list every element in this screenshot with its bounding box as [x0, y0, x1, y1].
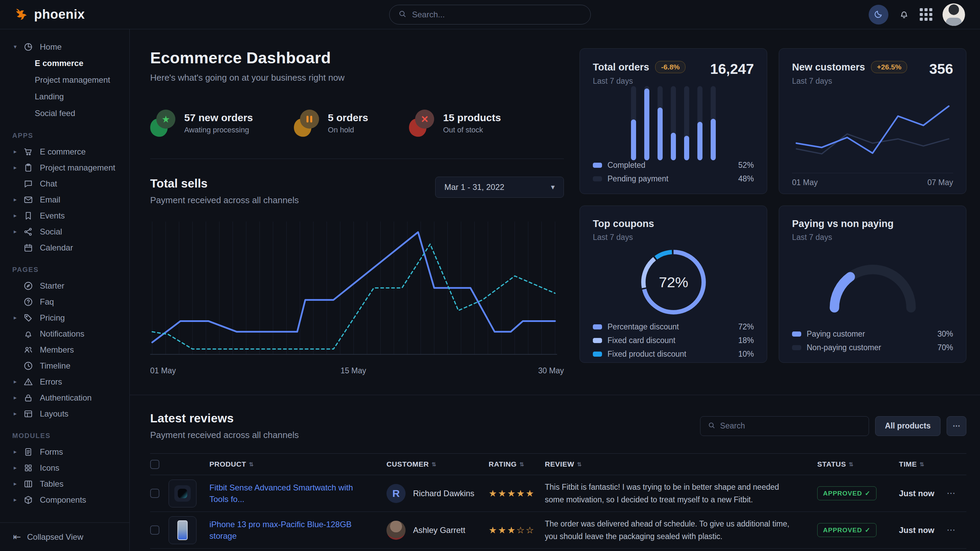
column-header-customer[interactable]: CUSTOMER⇅ — [387, 460, 488, 468]
customer-name: Ashley Garrett — [413, 526, 465, 535]
sidebar-item-faq[interactable]: Faq — [12, 294, 121, 310]
select-all-checkbox[interactable] — [150, 460, 159, 469]
product-thumbnail[interactable] — [169, 516, 196, 544]
more-options-button[interactable]: ⋯ — [947, 416, 966, 436]
caret-right-icon: ▸ — [12, 496, 18, 503]
row-actions-button[interactable]: ⋯ — [947, 488, 956, 498]
sidebar-item-icons[interactable]: ▸Icons — [12, 460, 121, 476]
row-checkbox[interactable] — [150, 526, 159, 535]
legend-swatch — [593, 163, 602, 168]
legend-row: Paying customer30% — [792, 329, 953, 339]
sort-icon: ⇅ — [849, 461, 853, 468]
notifications-button[interactable] — [899, 8, 910, 21]
sidebar-item-e-commerce[interactable]: ▸E commerce — [12, 144, 121, 160]
reviews-search-input[interactable] — [720, 421, 861, 430]
sidebar-subitem-e-commerce[interactable]: E commerce — [12, 55, 121, 71]
change-badge: -6.8% — [655, 61, 686, 73]
rating-stars: ★★★☆☆ — [488, 525, 545, 536]
stats-row: ★57 new ordersAwating processing5 orders… — [150, 110, 564, 137]
sidebar-item-email[interactable]: ▸Email — [12, 192, 121, 208]
sidebar-item-authentication[interactable]: ▸Authentication — [12, 390, 121, 406]
all-products-button[interactable]: All products — [875, 416, 940, 436]
legend-swatch — [792, 332, 801, 337]
sidebar-item-forms[interactable]: ▸Forms — [12, 444, 121, 460]
sidebar-item-errors[interactable]: ▸Errors — [12, 374, 121, 390]
sidebar-item-components[interactable]: ▸Components — [12, 492, 121, 508]
sidebar-item-members[interactable]: Members — [12, 342, 121, 358]
page-title: Ecommerce Dashboard — [150, 48, 564, 67]
legend-swatch — [593, 324, 602, 329]
sort-icon: ⇅ — [249, 461, 254, 468]
product-link[interactable]: Fitbit Sense Advanced Smartwatch with To… — [209, 482, 387, 505]
sort-icon: ⇅ — [520, 461, 524, 468]
sidebar-subitem-project-management[interactable]: Project management — [12, 71, 121, 88]
row-checkbox[interactable] — [150, 489, 159, 498]
sidebar-item-notifications[interactable]: Notifications — [12, 326, 121, 342]
column-header-review[interactable]: REVIEW⇅ — [545, 460, 817, 468]
theme-toggle-button[interactable] — [869, 5, 888, 24]
nine-dots-icon — [920, 8, 932, 21]
reviews-search[interactable] — [700, 416, 869, 436]
sidebar-item-tables[interactable]: ▸Tables — [12, 476, 121, 492]
legend-label: Non-paying customer — [807, 343, 932, 352]
stat-pause-icon — [294, 110, 319, 137]
sidebar-subitem-landing[interactable]: Landing — [12, 88, 121, 105]
divider — [150, 159, 564, 159]
row-actions-button[interactable]: ⋯ — [947, 525, 956, 535]
date-range-select[interactable]: Mar 1 - 31, 2022 ▾ — [435, 177, 564, 198]
brand[interactable]: phoenix — [14, 6, 85, 23]
bell-icon — [899, 8, 910, 21]
sidebar-item-label: Chat — [40, 179, 57, 189]
sidebar-item-label: Members — [40, 345, 74, 355]
product-link[interactable]: iPhone 13 pro max-Pacific Blue-128GB sto… — [209, 519, 387, 541]
sidebar-item-events[interactable]: ▸Events — [12, 208, 121, 224]
product-thumbnail[interactable] — [169, 480, 196, 507]
sidebar-item-project-management[interactable]: ▸Project management — [12, 160, 121, 176]
review-text: This Fitbit is fantastic! I was trying t… — [545, 481, 817, 506]
sidebar-item-social[interactable]: ▸Social — [12, 224, 121, 240]
sidebar-item-label: Timeline — [40, 361, 70, 371]
legend-swatch — [593, 338, 602, 343]
avatar: R — [387, 484, 406, 503]
global-search[interactable] — [389, 5, 591, 24]
top-coupons-card: Top coupons Last 7 days 72% Percentage d… — [579, 206, 767, 363]
column-header-rating[interactable]: RATING⇅ — [488, 460, 545, 468]
column-header-time[interactable]: TIME⇅ — [899, 460, 947, 468]
legend-value: 18% — [738, 336, 754, 345]
sidebar-subitem-social-feed[interactable]: Social feed — [12, 105, 121, 122]
sidebar-item-label: Layouts — [40, 409, 68, 419]
stat-value: 15 products — [443, 112, 501, 124]
column-header-product[interactable]: PRODUCT⇅ — [209, 460, 387, 468]
collapse-view-button[interactable]: ⇤ Collapsed View — [0, 522, 129, 551]
table-row: Fitbit Sense Advanced Smartwatch with To… — [150, 475, 966, 512]
pie-chart-icon — [23, 42, 35, 52]
sidebar-item-chat[interactable]: Chat — [12, 176, 121, 192]
sidebar-item-layouts[interactable]: ▸Layouts — [12, 406, 121, 422]
sidebar-item-calendar[interactable]: Calendar — [12, 240, 121, 256]
apps-menu-button[interactable] — [920, 8, 932, 21]
sidebar-item-home[interactable]: ▾Home — [12, 39, 121, 55]
status-badge: APPROVED✓ — [817, 486, 877, 500]
avatar — [387, 521, 406, 540]
axis-label: 01 May — [150, 366, 176, 375]
global-search-input[interactable] — [412, 10, 582, 19]
app-screen: phoenix — [0, 0, 980, 551]
sidebar-item-pricing[interactable]: ▸Pricing — [12, 310, 121, 326]
order-bar — [644, 86, 649, 160]
legend-row: Completed52% — [593, 160, 754, 170]
sidebar-item-timeline[interactable]: Timeline — [12, 358, 121, 374]
column-header-status[interactable]: STATUS⇅ — [817, 460, 899, 468]
legend-value: 72% — [738, 322, 754, 332]
total-orders-card: Total orders -6.8% Last 7 days 16,247 Co… — [579, 48, 767, 194]
sidebar-item-label: E commerce — [40, 147, 86, 157]
caret-right-icon: ▸ — [12, 314, 18, 321]
status-badge: APPROVED✓ — [817, 523, 877, 537]
order-bar — [684, 86, 689, 160]
axis-label: 07 May — [928, 178, 953, 187]
sidebar-section-label: APPS — [12, 132, 121, 140]
main-content: Ecommerce Dashboard Here's what's going … — [130, 29, 980, 551]
grid-icon — [23, 463, 35, 473]
order-bar — [631, 86, 636, 160]
sidebar-item-starter[interactable]: Starter — [12, 278, 121, 294]
profile-avatar[interactable] — [943, 3, 965, 26]
